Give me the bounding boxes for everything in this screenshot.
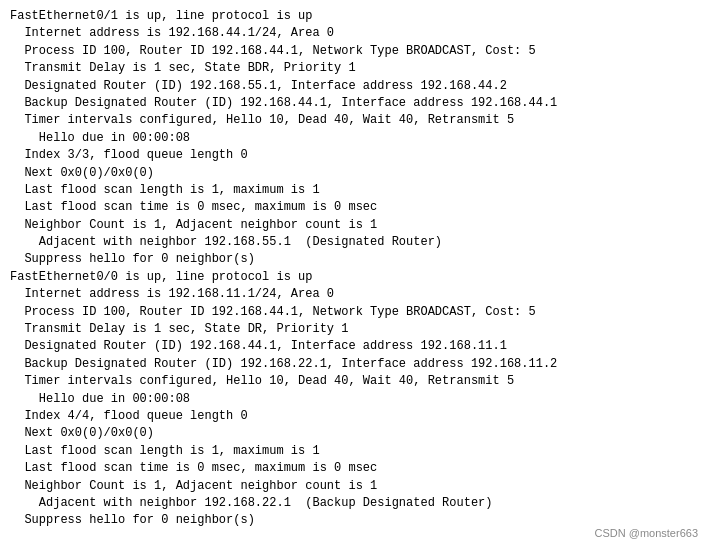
terminal-line: FastEthernet0/1 is up, line protocol is … [10,8,698,25]
terminal-line: Process ID 100, Router ID 192.168.44.1, … [10,43,698,60]
terminal-line: Adjacent with neighbor 192.168.22.1 (Bac… [10,495,698,512]
terminal-line: Neighbor Count is 1, Adjacent neighbor c… [10,478,698,495]
terminal-line: Suppress hello for 0 neighbor(s) [10,251,698,268]
terminal-line: Index 3/3, flood queue length 0 [10,147,698,164]
terminal-line: Designated Router (ID) 192.168.55.1, Int… [10,78,698,95]
terminal-line: Next 0x0(0)/0x0(0) [10,425,698,442]
terminal-line: Transmit Delay is 1 sec, State BDR, Prio… [10,60,698,77]
terminal-line: Last flood scan length is 1, maximum is … [10,182,698,199]
terminal-line: Timer intervals configured, Hello 10, De… [10,112,698,129]
terminal-line: Transmit Delay is 1 sec, State DR, Prior… [10,321,698,338]
terminal-line: Last flood scan length is 1, maximum is … [10,443,698,460]
terminal-line: Next 0x0(0)/0x0(0) [10,165,698,182]
terminal-line: Neighbor Count is 1, Adjacent neighbor c… [10,217,698,234]
terminal-line: Index 4/4, flood queue length 0 [10,408,698,425]
watermark: CSDN @monster663 [595,526,698,542]
terminal-line: Process ID 100, Router ID 192.168.44.1, … [10,304,698,321]
terminal-line: Hello due in 00:00:08 [10,391,698,408]
terminal-line: Hello due in 00:00:08 [10,130,698,147]
terminal-line: Last flood scan time is 0 msec, maximum … [10,199,698,216]
terminal-content: FastEthernet0/1 is up, line protocol is … [10,8,698,530]
terminal-line: Designated Router (ID) 192.168.44.1, Int… [10,338,698,355]
terminal-line: Backup Designated Router (ID) 192.168.44… [10,95,698,112]
terminal-line: Timer intervals configured, Hello 10, De… [10,373,698,390]
terminal-window: FastEthernet0/1 is up, line protocol is … [0,0,708,550]
terminal-line: Internet address is 192.168.44.1/24, Are… [10,25,698,42]
terminal-line: Last flood scan time is 0 msec, maximum … [10,460,698,477]
terminal-line: Backup Designated Router (ID) 192.168.22… [10,356,698,373]
terminal-line: Internet address is 192.168.11.1/24, Are… [10,286,698,303]
terminal-line: FastEthernet0/0 is up, line protocol is … [10,269,698,286]
terminal-line: Adjacent with neighbor 192.168.55.1 (Des… [10,234,698,251]
